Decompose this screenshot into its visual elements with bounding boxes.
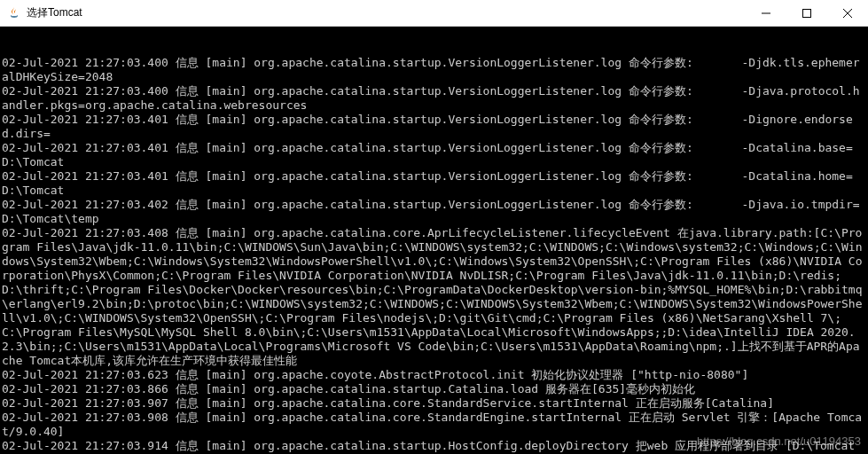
window-title-bar: 选择Tomcat: [0, 0, 868, 27]
window-controls: [746, 0, 868, 27]
console-output[interactable]: 02-Jul-2021 21:27:03.400 信息 [main] org.a…: [0, 27, 868, 454]
svg-rect-1: [803, 10, 811, 18]
minimize-button[interactable]: [746, 0, 786, 27]
java-icon: [7, 6, 21, 20]
close-button[interactable]: [827, 0, 868, 27]
window-title: 选择Tomcat: [27, 5, 82, 20]
watermark-text: https://blog.csdn.net/u01194353: [697, 434, 861, 449]
console-text: 02-Jul-2021 21:27:03.400 信息 [main] org.a…: [2, 56, 866, 454]
maximize-button[interactable]: [786, 0, 827, 27]
